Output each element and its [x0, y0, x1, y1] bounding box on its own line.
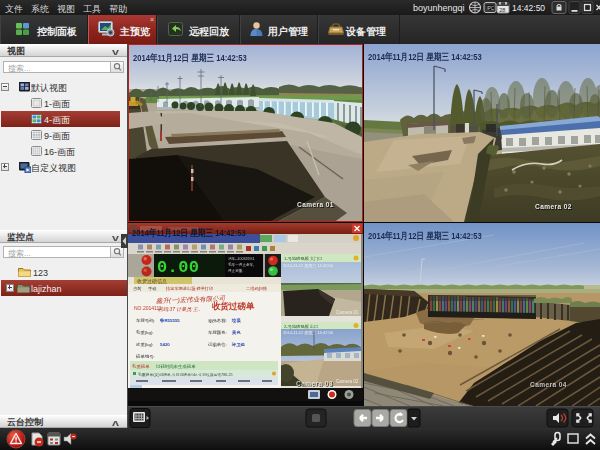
svg-text:停止称重.: 停止称重. — [228, 268, 243, 273]
svg-text:5420: 5420 — [160, 342, 170, 347]
svg-text:IPC: IPC — [487, 6, 495, 11]
svg-text:2-号地磅视频 出口: 2-号地磅视频 出口 — [284, 324, 318, 329]
svg-text:磅码:37 计量员:王..: 磅码:37 计量员:王.. — [158, 306, 201, 312]
svg-text:毛车一停止条车,: 毛车一停止条车, — [228, 262, 254, 267]
svg-text:垃圾: 垃圾 — [231, 318, 241, 323]
svg-text:当前: 当前 — [133, 286, 142, 291]
svg-text:清车--100326%1: 清车--100326%1 — [228, 256, 255, 261]
svg-text:Camera 02: Camera 02 — [336, 379, 359, 384]
svg-text:Camera 01: Camera 01 — [336, 310, 359, 315]
svg-text:二维码扫描: 二维码扫描 — [246, 286, 267, 291]
svg-text:1-号地磅视频 大门口: 1-号地磅视频 大门口 — [284, 256, 322, 261]
svg-text:手动: 手动 — [148, 286, 156, 291]
svg-text:2014-11-12 星期三 14:42:50: 2014-11-12 星期三 14:42:50 — [283, 263, 334, 268]
svg-text:黄色: 黄色 — [231, 330, 241, 335]
svg-text:28: 28 — [499, 7, 505, 13]
svg-text:车牌颜色:: 车牌颜色: — [208, 330, 227, 335]
svg-text:毛重磅单(反)过磅单,今日过磅单#4n 今日垃圾运送786.: 毛重磅单(反)过磅单,今日过磅单#4n 今日垃圾运送786.25 — [138, 372, 233, 377]
svg-text:毛重(kg):: 毛重(kg): — [135, 329, 154, 335]
svg-text:毛重磅单: 毛重磅单 — [131, 363, 150, 369]
svg-text:车牌号码:: 车牌号码: — [136, 318, 155, 323]
svg-text:2014-11-12 星期三 14:42:50: 2014-11-12 星期三 14:42:50 — [283, 330, 334, 335]
svg-text:皮重(kg):: 皮重(kg): — [136, 342, 154, 347]
svg-text:环卫处: 环卫处 — [231, 342, 246, 347]
svg-text:磅单编号:: 磅单编号: — [135, 354, 155, 359]
svg-text:0.00: 0.00 — [157, 258, 199, 277]
svg-text:鲁R55555: 鲁R55555 — [159, 318, 180, 323]
svg-text:收货过磅信息: 收货过磅信息 — [137, 278, 167, 285]
svg-text:收货过磅单: 收货过磅单 — [212, 301, 255, 311]
